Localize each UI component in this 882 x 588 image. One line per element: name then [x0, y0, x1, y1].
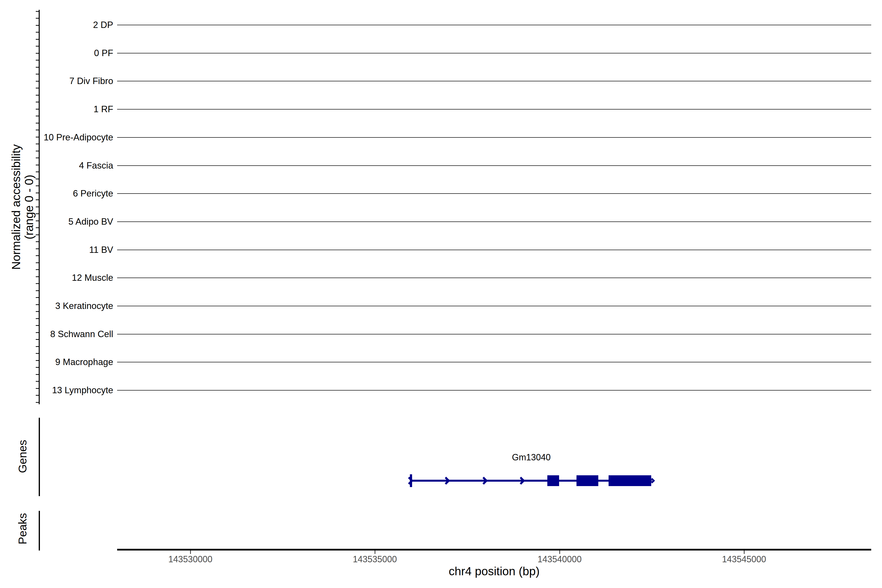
- gene-direction-arrow: [480, 477, 488, 485]
- track-baseline: [117, 137, 871, 138]
- track-baseline: [117, 222, 871, 222]
- peaks-panel-label: Peaks: [16, 513, 29, 544]
- y-axis-tick: [36, 151, 39, 152]
- y-axis-line: [39, 10, 40, 404]
- gene-direction-arrow: [442, 477, 450, 485]
- y-axis-tick: [36, 353, 39, 354]
- y-axis-tick: [36, 200, 39, 200]
- track-label: 4 Fascia: [0, 160, 113, 171]
- track-label: 6 Pericyte: [0, 188, 113, 200]
- track-label: 5 Adipo BV: [0, 216, 113, 228]
- y-axis-tick: [36, 346, 39, 347]
- track-label: 10 Pre-Adipocyte: [0, 132, 113, 143]
- y-axis-tick: [36, 102, 39, 102]
- y-axis-tick: [36, 242, 39, 242]
- y-axis-tick: [36, 18, 39, 19]
- y-axis-tick: [36, 39, 39, 40]
- y-axis-tick: [36, 88, 39, 88]
- y-axis-tick: [36, 381, 39, 382]
- track-baseline: [117, 250, 871, 250]
- track-label: 11 BV: [0, 244, 113, 256]
- x-axis-line: [117, 549, 871, 550]
- gene-direction-arrow: [517, 477, 525, 485]
- y-axis-tick: [36, 178, 39, 179]
- track-label: 0 PF: [0, 47, 113, 59]
- track-label: 2 DP: [0, 19, 113, 31]
- y-axis-tick: [36, 402, 39, 403]
- x-tick-label: 143535000: [353, 554, 397, 564]
- track-baseline: [117, 193, 871, 194]
- x-axis-tick: [375, 550, 375, 554]
- y-axis-tick: [36, 374, 39, 375]
- y-axis-tick: [36, 130, 39, 130]
- y-axis-tick: [36, 46, 39, 46]
- y-axis-tick: [36, 144, 39, 144]
- y-axis-tick: [36, 234, 39, 235]
- track-label: 13 Lymphocyte: [0, 384, 113, 396]
- coverage-plot-figure: Normalized accessibility (range 0 - 0) 2…: [0, 0, 882, 588]
- y-axis-tick: [36, 95, 39, 96]
- track-baseline: [117, 109, 871, 110]
- track-baseline: [117, 25, 871, 25]
- y-axis-tick: [36, 318, 39, 319]
- x-axis-tick: [560, 550, 560, 554]
- y-axis-tick: [36, 297, 39, 298]
- y-axis-tick: [36, 123, 39, 123]
- y-axis-tick: [36, 67, 39, 68]
- y-axis-tick: [36, 186, 39, 186]
- genes-panel-label: Genes: [16, 440, 29, 473]
- x-axis-tick: [744, 550, 744, 554]
- x-tick-label: 143530000: [168, 554, 212, 564]
- y-axis-tick: [36, 60, 39, 60]
- y-axis-tick: [36, 290, 39, 291]
- gene-direction-arrow: [405, 477, 413, 485]
- y-axis-tick: [36, 116, 39, 116]
- y-axis-tick: [36, 213, 39, 214]
- track-label: 9 Macrophage: [0, 356, 113, 368]
- track-baseline: [117, 81, 871, 81]
- track-label: 12 Muscle: [0, 272, 113, 284]
- track-baseline: [117, 362, 871, 362]
- track-label: 3 Keratinocyte: [0, 300, 113, 312]
- track-label: 8 Schwann Cell: [0, 328, 113, 340]
- y-axis-tick: [36, 11, 39, 12]
- x-axis-tick: [190, 550, 191, 554]
- y-axis-tick: [36, 74, 39, 75]
- gene-label: Gm13040: [512, 452, 550, 462]
- x-axis-title: chr4 position (bp): [449, 564, 540, 578]
- track-baseline: [117, 165, 871, 166]
- gene-exon: [609, 475, 651, 486]
- y-axis-tick: [36, 158, 39, 158]
- x-tick-label: 143545000: [722, 554, 766, 564]
- track-baseline: [117, 306, 871, 306]
- track-label: 1 RF: [0, 104, 113, 115]
- y-axis-tick: [36, 325, 39, 326]
- y-axis-tick: [36, 269, 39, 270]
- track-baseline: [117, 390, 871, 390]
- y-axis-tick: [36, 171, 39, 172]
- track-label: 7 Div Fibro: [0, 75, 113, 87]
- x-tick-label: 143540000: [537, 554, 582, 564]
- gene-exon: [576, 475, 598, 486]
- gene-exon: [548, 475, 559, 486]
- peaks-axis-line: [39, 511, 40, 550]
- y-axis-tick: [36, 32, 39, 33]
- y-axis-tick: [36, 262, 39, 263]
- y-axis-tick: [36, 207, 39, 207]
- genes-axis-line: [39, 418, 40, 496]
- track-baseline: [117, 334, 871, 334]
- track-baseline: [117, 278, 871, 278]
- track-baseline: [117, 53, 871, 53]
